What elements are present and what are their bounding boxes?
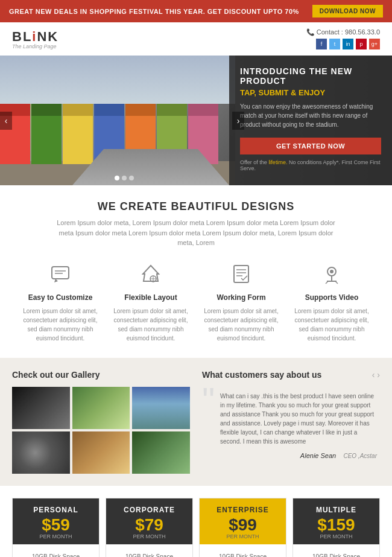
price-feature: 10GB Disk Space [111,550,188,558]
hero-image [0,56,235,185]
plan-period: PER MONTH [17,533,94,539]
hero-content: INTRODUCING THE NEW PRODUCT TAP, SUBMIT … [229,56,392,185]
mid-section: Check out our Gallery What customers say… [0,358,392,486]
plan-name: CORPORATE [111,506,188,514]
feature-customize-desc: Lorem ipsum dolor sit amet, consectetuer… [18,307,103,343]
feature-layout-desc: Lorem ipsum dolor sit amet, consectetuer… [109,307,193,343]
gallery-grid [12,387,190,474]
pricing-section: PERSONAL $59 PER MONTH 10GB Disk Space10… [0,486,392,558]
gallery-item[interactable] [132,431,190,474]
logo-subtitle: The Landing Page [12,43,58,49]
testimonial-text: What can i say .this is the best product… [205,392,377,446]
gallery-item[interactable] [132,387,190,429]
testimonials-title: What customers say about us [202,370,321,380]
price-feature: 10GB Disk Space [17,550,94,558]
feature-customize: Easy to Customize Lorem ipsum dolor sit … [18,263,103,343]
quote-mark: " [202,383,215,419]
gallery-item[interactable] [12,431,70,474]
feature-layout-icon [139,263,163,287]
plan-price: $59 [17,517,94,533]
gallery-title: Check out our Gallery [12,370,190,380]
feature-form-icon [229,263,253,287]
lifetime-highlight: lifetime. [268,159,287,165]
feature-customize-name: Easy to Customize [18,293,103,302]
testimonial-arrows: ‹ › [372,370,380,380]
hero-next-arrow[interactable]: › [232,112,244,130]
hero-dot-1[interactable] [115,176,119,180]
price-header: CORPORATE $79 PER MONTH [106,498,192,544]
svg-rect-0 [52,267,69,279]
plan-name: ENTERPRISE [204,506,281,514]
price-feature: 10GB Disk Space [298,550,375,558]
features-grid: Easy to Customize Lorem ipsum dolor sit … [18,263,374,343]
plan-period: PER MONTH [298,533,375,539]
svg-rect-7 [234,266,248,282]
plan-price: $99 [204,517,281,533]
features-subtitle: Lorem Ipsum dolor meta, Lorem Ipsum dolo… [51,218,341,248]
pinterest-icon[interactable]: p [356,39,367,49]
hero-section: INTRODUCING THE NEW PRODUCT TAP, SUBMIT … [0,56,392,185]
price-card-corporate: CORPORATE $79 PER MONTH 10GB Disk Space1… [106,498,193,558]
gallery-item[interactable] [12,387,70,429]
feature-layout-name: Flexible Layout [109,293,193,302]
price-header: MULTIPLE $159 PER MONTH [293,498,379,544]
plan-period: PER MONTH [204,533,281,539]
feature-customize-icon [48,263,72,287]
contact-info: 📞 Contact : 980.56.33.0 [306,28,380,36]
gallery-item[interactable] [72,431,130,474]
price-header: PERSONAL $59 PER MONTH [13,498,99,544]
hero-prev-arrow[interactable]: ‹ [0,112,12,130]
plan-price: $159 [298,517,375,533]
feature-form: Working Form Lorem ipsum dolor sit amet,… [199,263,283,343]
feature-video-icon [320,263,344,287]
hero-fine-print: Offer of the lifetime. No conditions App… [240,159,381,171]
price-card-enterprise: ENTERPRISE $99 PER MONTH 10GB Disk Space… [199,498,286,558]
feature-form-name: Working Form [199,293,283,302]
plan-price: $79 [111,517,188,533]
download-button[interactable]: DOWNLOAD NOW [312,5,383,18]
logo: BLiNK The Landing Page [12,29,58,49]
phone-icon: 📞 [306,28,317,36]
top-bar-message: GREAT NEW DEALS IN SHOPPING FESTIVAL THI… [9,8,299,15]
hero-dot-3[interactable] [129,176,134,180]
testimonial-next-arrow[interactable]: › [377,370,380,380]
top-bar: GREAT NEW DEALS IN SHOPPING FESTIVAL THI… [0,0,392,22]
price-header: ENTERPRISE $99 PER MONTH [200,498,286,544]
hero-text: You can now enjoy the awesomeness of wat… [240,102,381,129]
social-icons: f t in p g+ [306,39,380,49]
price-features: 10GB Disk Space100GB Monthly Bandwidth20… [293,544,379,558]
features-title: WE CREATE BEAUTIFUL DESIGNS [18,200,374,213]
feature-video-desc: Lorem ipsum dolor sit amet, consectetuer… [289,307,374,343]
hero-dot-2[interactable] [122,176,127,180]
price-features: 10GB Disk Space100GB Monthly Bandwidth20… [200,544,286,558]
linkedin-icon[interactable]: in [343,39,353,49]
feature-form-desc: Lorem ipsum dolor sit amet, consectetuer… [199,307,283,343]
googleplus-icon[interactable]: g+ [369,39,380,49]
price-features: 10GB Disk Space100GB Monthly Bandwidth20… [106,544,192,558]
hero-dots [115,176,134,180]
svg-point-12 [330,270,334,273]
price-features: 10GB Disk Space100GB Monthly Bandwidth20… [13,544,99,558]
gallery-section: Check out our Gallery [12,370,190,474]
header: BLiNK The Landing Page 📞 Contact : 980.5… [0,22,392,56]
feature-layout: Flexible Layout Lorem ipsum dolor sit am… [109,263,193,343]
plan-name: PERSONAL [17,506,94,514]
feature-video: Supports Video Lorem ipsum dolor sit ame… [289,263,374,343]
facebook-icon[interactable]: f [316,39,327,49]
twitter-icon[interactable]: t [329,39,340,49]
header-right: 📞 Contact : 980.56.33.0 f t in p g+ [306,28,380,49]
price-feature: 10GB Disk Space [204,550,281,558]
hero-subtitle: TAP, SUBMIT & ENJOY [240,88,381,97]
testimonials-section: What customers say about us ‹ › " What c… [202,370,380,474]
gallery-item[interactable] [72,387,130,429]
hero-cta-button[interactable]: GET STARTED NOW [240,138,381,154]
testimonial-box: " What can i say .this is the best produ… [202,386,380,465]
testimonial-prev-arrow[interactable]: ‹ [372,370,375,380]
hero-title: INTRODUCING THE NEW PRODUCT [240,66,381,86]
plan-name: MULTIPLE [298,506,375,514]
features-section: WE CREATE BEAUTIFUL DESIGNS Lorem Ipsum … [0,185,392,358]
plan-period: PER MONTH [111,533,188,539]
feature-video-name: Supports Video [289,293,374,302]
testimonial-author: Alenie Sean CEO ,Acstar [205,452,377,459]
price-card-multiple: MULTIPLE $159 PER MONTH 10GB Disk Space1… [292,498,380,558]
